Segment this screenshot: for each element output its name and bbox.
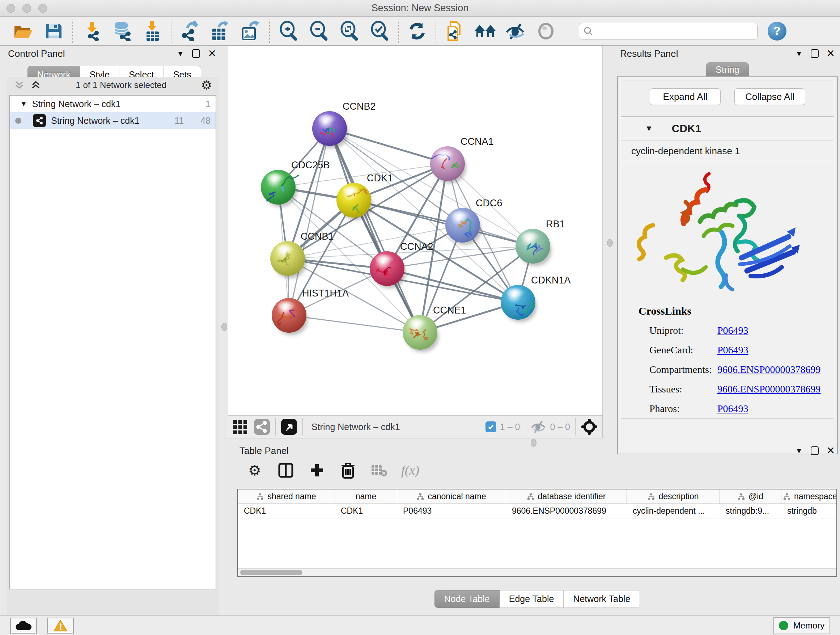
- table-cell[interactable]: P06493: [397, 504, 506, 518]
- hide-selected-button[interactable]: [502, 19, 529, 43]
- refresh-button[interactable]: [404, 19, 431, 43]
- edge-HIST1H1A-CCNE1[interactable]: [289, 315, 420, 333]
- panel-menu-icon[interactable]: ▼: [796, 50, 803, 58]
- collapse-protein-icon[interactable]: ▼: [645, 124, 653, 133]
- cloud-status-button[interactable]: [10, 618, 37, 633]
- column-header-namespace[interactable]: namespace: [782, 489, 837, 504]
- edge-CCNB2-HIST1H1A[interactable]: [289, 128, 330, 315]
- selected-checkbox-icon[interactable]: [485, 421, 496, 432]
- grid-view-icon[interactable]: [233, 419, 248, 435]
- column-header-canonical-name[interactable]: canonical name: [397, 489, 506, 504]
- table-cell[interactable]: cyclin-dependent ...: [627, 504, 720, 518]
- crosslink-link[interactable]: 9606.ENSP00000378699: [717, 364, 821, 375]
- delete-column-trash-icon[interactable]: [339, 461, 357, 480]
- panel-close-icon[interactable]: ✕: [827, 49, 835, 59]
- save-session-button[interactable]: [41, 19, 67, 43]
- table-cell[interactable]: 9606.ENSP00000378699: [506, 504, 627, 518]
- scrollbar-thumb[interactable]: [240, 570, 302, 575]
- warnings-button[interactable]: [47, 618, 74, 633]
- string-view-icon[interactable]: [254, 418, 270, 435]
- collection-label: String Network – cdk1: [32, 99, 121, 109]
- current-network-title: String Network – cdk1: [311, 422, 480, 432]
- panel-close-icon[interactable]: ✕: [208, 49, 216, 59]
- column-header-database-identifier[interactable]: database identifier: [506, 489, 627, 504]
- tab-network-table[interactable]: Network Table: [564, 590, 640, 608]
- panel-float-icon[interactable]: [811, 447, 819, 455]
- export-table-button[interactable]: [207, 19, 234, 43]
- collapse-all-button[interactable]: Collapse All: [734, 88, 805, 105]
- network-canvas[interactable]: CCNB2CCNA1CDC25BCDK1CDC6RB1CCNB1CCNA2CDK…: [228, 46, 603, 415]
- node-gloss: [505, 287, 525, 298]
- clone-network-button[interactable]: [441, 19, 468, 43]
- help-button[interactable]: ?: [767, 22, 786, 41]
- memory-button[interactable]: Memory: [774, 617, 830, 634]
- zoom-selected-button[interactable]: [366, 19, 393, 43]
- column-header-@id[interactable]: @id: [720, 489, 782, 504]
- crosslink-link[interactable]: 9606.ENSP00000378699: [717, 383, 821, 395]
- network-options-gear-icon[interactable]: ⚙: [201, 79, 212, 91]
- first-neighbors-button[interactable]: [472, 19, 499, 43]
- zoom-in-button[interactable]: [275, 19, 302, 43]
- crosslink-link[interactable]: P06493: [717, 403, 748, 415]
- horizontal-scrollbar[interactable]: [238, 568, 836, 576]
- protein-card-header[interactable]: ▼ CDK1: [621, 117, 834, 141]
- hidden-eye-icon[interactable]: [531, 420, 546, 433]
- search-input[interactable]: [596, 26, 753, 36]
- memory-status-dot-icon: [779, 621, 788, 630]
- column-header-description[interactable]: description: [627, 489, 720, 504]
- import-network-from-database-button[interactable]: [109, 19, 135, 43]
- panel-float-icon[interactable]: [811, 49, 819, 58]
- table-options-gear-icon[interactable]: ⚙: [245, 461, 264, 480]
- collection-expand-icon[interactable]: ▼: [20, 100, 27, 108]
- results-panel: Results Panel ▼ ✕ String Expand All Coll…: [615, 46, 840, 466]
- import-table-button[interactable]: [139, 19, 166, 43]
- node-label-CCNA2: CCNA2: [400, 241, 433, 252]
- cloud-icon: [16, 620, 32, 631]
- export-network-button[interactable]: [177, 19, 203, 43]
- panel-close-icon[interactable]: ✕: [827, 446, 835, 456]
- table-cell[interactable]: CDK1: [238, 504, 335, 518]
- edge-CDK1-RB1[interactable]: [354, 200, 533, 246]
- zoom-fit-button[interactable]: [336, 19, 363, 43]
- zoom-selected-icon: [369, 21, 390, 41]
- string-app-icon: [33, 114, 46, 127]
- show-column-icon[interactable]: [276, 461, 295, 480]
- panel-float-icon[interactable]: [192, 49, 200, 58]
- panel-menu-icon[interactable]: ▼: [796, 447, 803, 455]
- export-image-button[interactable]: [237, 19, 264, 43]
- tab-edge-table[interactable]: Edge Table: [500, 590, 564, 608]
- network-graph[interactable]: CCNB2CCNA1CDC25BCDK1CDC6RB1CCNB1CCNA2CDK…: [228, 46, 602, 415]
- network-row-selected[interactable]: String Network – cdk1 11 48: [10, 112, 216, 129]
- crosslink-link[interactable]: P06493: [717, 344, 748, 356]
- expand-all-chevron-icon[interactable]: [14, 80, 25, 90]
- create-column-plus-icon[interactable]: [308, 461, 326, 480]
- fit-content-target-icon[interactable]: [581, 418, 598, 435]
- collapse-all-chevron-icon[interactable]: [30, 80, 41, 90]
- open-session-button[interactable]: [10, 19, 37, 43]
- edge-CCNA2-CDKN1A[interactable]: [387, 269, 518, 302]
- panel-menu-icon[interactable]: ▼: [177, 50, 184, 58]
- show-hidden-button[interactable]: [532, 19, 559, 43]
- clone-network-icon: [445, 21, 464, 42]
- right-splitter-handle[interactable]: [607, 239, 613, 247]
- network-collection-row[interactable]: ▼ String Network – cdk1 1: [10, 96, 216, 112]
- left-splitter-handle[interactable]: [221, 323, 227, 331]
- column-header-name[interactable]: name: [335, 489, 397, 504]
- zoom-out-button[interactable]: [305, 19, 332, 43]
- expand-all-button[interactable]: Expand All: [650, 88, 721, 105]
- main-toolbar: ?: [0, 17, 840, 46]
- node-table[interactable]: shared namenamecanonical namedatabase id…: [237, 489, 837, 577]
- network-current-bullet-icon: [15, 118, 21, 124]
- table-row[interactable]: CDK1CDK1P064939606.ENSP00000378699cyclin…: [238, 504, 836, 518]
- column-header-shared-name[interactable]: shared name: [238, 489, 335, 504]
- window-title: Session: New Session: [0, 3, 840, 14]
- edge-CCNB2-CCNE1[interactable]: [330, 128, 420, 333]
- birdseye-view-icon[interactable]: [281, 418, 297, 435]
- table-cell[interactable]: stringdb: [782, 504, 837, 518]
- crosslink-link[interactable]: P06493: [717, 325, 748, 336]
- table-cell[interactable]: CDK1: [335, 504, 397, 518]
- tab-string[interactable]: String: [706, 62, 749, 77]
- tab-node-table[interactable]: Node Table: [434, 590, 500, 608]
- import-network-button[interactable]: [78, 19, 105, 43]
- table-cell[interactable]: stringdb:9...: [720, 504, 782, 518]
